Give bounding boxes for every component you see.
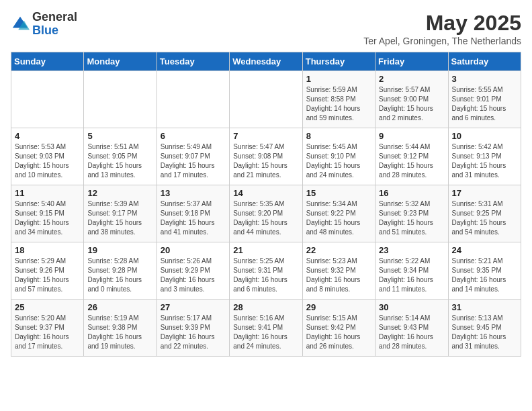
day-number: 2 xyxy=(379,74,444,84)
calendar-cell: 7Sunrise: 5:47 AM Sunset: 9:08 PM Daylig… xyxy=(230,128,302,185)
day-number: 23 xyxy=(379,245,444,255)
header-day-saturday: Saturday xyxy=(448,52,521,71)
day-info: Sunrise: 5:16 AM Sunset: 9:41 PM Dayligh… xyxy=(233,314,298,351)
calendar-cell: 1Sunrise: 5:59 AM Sunset: 8:58 PM Daylig… xyxy=(302,71,375,128)
day-info: Sunrise: 5:28 AM Sunset: 9:28 PM Dayligh… xyxy=(87,257,152,294)
day-number: 22 xyxy=(306,245,371,255)
calendar-header: SundayMondayTuesdayWednesdayThursdayFrid… xyxy=(11,52,521,71)
day-number: 17 xyxy=(452,188,517,198)
calendar-table: SundayMondayTuesdayWednesdayThursdayFrid… xyxy=(11,52,521,357)
header-day-friday: Friday xyxy=(375,52,448,71)
day-number: 9 xyxy=(379,131,444,141)
calendar-cell: 22Sunrise: 5:23 AM Sunset: 9:32 PM Dayli… xyxy=(302,242,375,300)
day-number: 12 xyxy=(87,188,152,198)
month-title: May 2025 xyxy=(363,11,521,36)
calendar-cell: 16Sunrise: 5:32 AM Sunset: 9:23 PM Dayli… xyxy=(375,185,448,242)
calendar-cell: 9Sunrise: 5:44 AM Sunset: 9:12 PM Daylig… xyxy=(375,128,448,185)
day-number: 19 xyxy=(87,245,152,255)
calendar-cell: 28Sunrise: 5:16 AM Sunset: 9:41 PM Dayli… xyxy=(230,300,302,357)
header-day-tuesday: Tuesday xyxy=(157,52,229,71)
day-info: Sunrise: 5:45 AM Sunset: 9:10 PM Dayligh… xyxy=(306,142,371,180)
calendar-cell: 8Sunrise: 5:45 AM Sunset: 9:10 PM Daylig… xyxy=(302,128,375,185)
logo-general: General xyxy=(32,11,77,24)
calendar-cell: 21Sunrise: 5:25 AM Sunset: 9:31 PM Dayli… xyxy=(230,242,302,300)
calendar-cell xyxy=(230,71,302,128)
calendar-cell: 27Sunrise: 5:17 AM Sunset: 9:39 PM Dayli… xyxy=(157,300,229,357)
day-info: Sunrise: 5:40 AM Sunset: 9:15 PM Dayligh… xyxy=(15,199,80,237)
day-info: Sunrise: 5:31 AM Sunset: 9:25 PM Dayligh… xyxy=(452,199,517,237)
day-info: Sunrise: 5:51 AM Sunset: 9:05 PM Dayligh… xyxy=(87,142,152,180)
day-number: 13 xyxy=(161,188,226,198)
calendar-cell: 12Sunrise: 5:39 AM Sunset: 9:17 PM Dayli… xyxy=(84,185,157,242)
calendar-cell: 19Sunrise: 5:28 AM Sunset: 9:28 PM Dayli… xyxy=(84,242,157,300)
location: Ter Apel, Groningen, The Netherlands xyxy=(363,36,521,46)
day-number: 24 xyxy=(452,245,517,255)
day-info: Sunrise: 5:29 AM Sunset: 9:26 PM Dayligh… xyxy=(15,257,80,294)
calendar-cell: 4Sunrise: 5:53 AM Sunset: 9:03 PM Daylig… xyxy=(11,128,84,185)
day-number: 26 xyxy=(87,302,152,312)
day-info: Sunrise: 5:39 AM Sunset: 9:17 PM Dayligh… xyxy=(87,199,152,237)
page-header: General Blue May 2025 Ter Apel, Groninge… xyxy=(11,11,521,46)
calendar-body: 1Sunrise: 5:59 AM Sunset: 8:58 PM Daylig… xyxy=(11,71,521,357)
day-info: Sunrise: 5:26 AM Sunset: 9:29 PM Dayligh… xyxy=(161,257,226,294)
logo-blue: Blue xyxy=(32,24,77,38)
day-number: 6 xyxy=(161,131,226,141)
day-info: Sunrise: 5:44 AM Sunset: 9:12 PM Dayligh… xyxy=(379,142,444,180)
header-day-monday: Monday xyxy=(84,52,157,71)
calendar-cell: 15Sunrise: 5:34 AM Sunset: 9:22 PM Dayli… xyxy=(302,185,375,242)
day-number: 20 xyxy=(161,245,226,255)
calendar-cell xyxy=(11,71,84,128)
calendar-cell: 13Sunrise: 5:37 AM Sunset: 9:18 PM Dayli… xyxy=(157,185,229,242)
calendar-cell: 5Sunrise: 5:51 AM Sunset: 9:05 PM Daylig… xyxy=(84,128,157,185)
week-row-1: 4Sunrise: 5:53 AM Sunset: 9:03 PM Daylig… xyxy=(11,128,521,185)
day-info: Sunrise: 5:14 AM Sunset: 9:43 PM Dayligh… xyxy=(379,314,444,351)
calendar-cell: 11Sunrise: 5:40 AM Sunset: 9:15 PM Dayli… xyxy=(11,185,84,242)
day-number: 27 xyxy=(161,302,226,312)
calendar-cell: 24Sunrise: 5:21 AM Sunset: 9:35 PM Dayli… xyxy=(448,242,521,300)
day-number: 25 xyxy=(15,302,80,312)
day-number: 11 xyxy=(15,188,80,198)
week-row-4: 25Sunrise: 5:20 AM Sunset: 9:37 PM Dayli… xyxy=(11,300,521,357)
calendar-cell: 20Sunrise: 5:26 AM Sunset: 9:29 PM Dayli… xyxy=(157,242,229,300)
calendar-cell: 10Sunrise: 5:42 AM Sunset: 9:13 PM Dayli… xyxy=(448,128,521,185)
calendar-cell: 29Sunrise: 5:15 AM Sunset: 9:42 PM Dayli… xyxy=(302,300,375,357)
day-info: Sunrise: 5:17 AM Sunset: 9:39 PM Dayligh… xyxy=(161,314,226,351)
day-number: 18 xyxy=(15,245,80,255)
calendar-cell: 30Sunrise: 5:14 AM Sunset: 9:43 PM Dayli… xyxy=(375,300,448,357)
calendar-cell: 23Sunrise: 5:22 AM Sunset: 9:34 PM Dayli… xyxy=(375,242,448,300)
day-info: Sunrise: 5:35 AM Sunset: 9:20 PM Dayligh… xyxy=(233,199,298,237)
calendar-cell: 3Sunrise: 5:55 AM Sunset: 9:01 PM Daylig… xyxy=(448,71,521,128)
day-number: 8 xyxy=(306,131,371,141)
day-info: Sunrise: 5:47 AM Sunset: 9:08 PM Dayligh… xyxy=(233,142,298,180)
logo-text: General Blue xyxy=(32,11,77,38)
day-number: 30 xyxy=(379,302,444,312)
day-info: Sunrise: 5:19 AM Sunset: 9:38 PM Dayligh… xyxy=(87,314,152,351)
title-block: May 2025 Ter Apel, Groningen, The Nether… xyxy=(363,11,521,46)
day-info: Sunrise: 5:34 AM Sunset: 9:22 PM Dayligh… xyxy=(306,199,371,237)
calendar-cell xyxy=(84,71,157,128)
day-info: Sunrise: 5:20 AM Sunset: 9:37 PM Dayligh… xyxy=(15,314,80,351)
day-info: Sunrise: 5:57 AM Sunset: 9:00 PM Dayligh… xyxy=(379,85,444,123)
day-number: 31 xyxy=(452,302,517,312)
calendar-cell: 17Sunrise: 5:31 AM Sunset: 9:25 PM Dayli… xyxy=(448,185,521,242)
day-number: 4 xyxy=(15,131,80,141)
calendar-cell: 31Sunrise: 5:13 AM Sunset: 9:45 PM Dayli… xyxy=(448,300,521,357)
day-info: Sunrise: 5:22 AM Sunset: 9:34 PM Dayligh… xyxy=(379,257,444,294)
day-info: Sunrise: 5:53 AM Sunset: 9:03 PM Dayligh… xyxy=(15,142,80,180)
day-info: Sunrise: 5:25 AM Sunset: 9:31 PM Dayligh… xyxy=(233,257,298,294)
day-info: Sunrise: 5:32 AM Sunset: 9:23 PM Dayligh… xyxy=(379,199,444,237)
day-info: Sunrise: 5:23 AM Sunset: 9:32 PM Dayligh… xyxy=(306,257,371,294)
logo: General Blue xyxy=(11,11,77,38)
calendar-cell xyxy=(157,71,229,128)
day-info: Sunrise: 5:59 AM Sunset: 8:58 PM Dayligh… xyxy=(306,85,371,123)
day-info: Sunrise: 5:21 AM Sunset: 9:35 PM Dayligh… xyxy=(452,257,517,294)
week-row-0: 1Sunrise: 5:59 AM Sunset: 8:58 PM Daylig… xyxy=(11,71,521,128)
calendar-cell: 2Sunrise: 5:57 AM Sunset: 9:00 PM Daylig… xyxy=(375,71,448,128)
header-row: SundayMondayTuesdayWednesdayThursdayFrid… xyxy=(11,52,521,71)
day-number: 3 xyxy=(452,74,517,84)
day-info: Sunrise: 5:15 AM Sunset: 9:42 PM Dayligh… xyxy=(306,314,371,351)
day-info: Sunrise: 5:55 AM Sunset: 9:01 PM Dayligh… xyxy=(452,85,517,123)
day-number: 7 xyxy=(233,131,298,141)
day-number: 1 xyxy=(306,74,371,84)
day-number: 14 xyxy=(233,188,298,198)
